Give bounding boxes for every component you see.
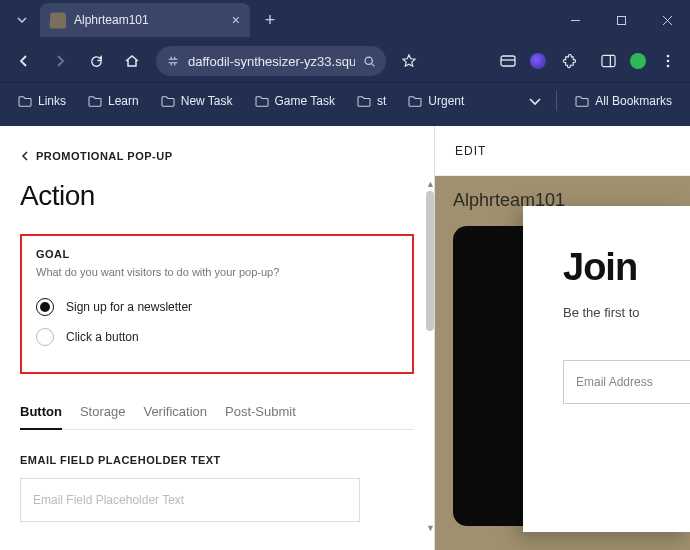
bookmark-st[interactable]: st xyxy=(349,90,394,112)
extension-card-icon[interactable] xyxy=(494,47,522,75)
radio-icon xyxy=(36,298,54,316)
goal-option-newsletter[interactable]: Sign up for a newsletter xyxy=(36,292,398,322)
window-titlebar: Alphrteam101 × + xyxy=(0,0,690,40)
folder-icon xyxy=(575,95,589,107)
bookmark-star-icon[interactable] xyxy=(394,46,424,76)
radio-icon xyxy=(36,328,54,346)
folder-icon xyxy=(18,95,32,107)
search-in-page-icon[interactable] xyxy=(363,55,376,68)
all-bookmarks-label: All Bookmarks xyxy=(595,94,672,108)
chevron-left-icon xyxy=(20,151,30,161)
tab-verification[interactable]: Verification xyxy=(143,398,207,429)
favicon-icon xyxy=(50,12,67,28)
bookmark-label: New Task xyxy=(181,94,233,108)
svg-rect-6 xyxy=(601,55,614,66)
extension-purple-icon[interactable] xyxy=(524,47,552,75)
email-field-label: EMAIL FIELD PLACEHOLDER TEXT xyxy=(20,454,414,466)
email-placeholder-input[interactable] xyxy=(20,478,360,522)
back-button[interactable] xyxy=(8,45,40,77)
bookmark-label: Links xyxy=(38,94,66,108)
scroll-thumb[interactable] xyxy=(426,191,434,331)
bookmark-overflow-icon[interactable] xyxy=(524,88,546,114)
home-button[interactable] xyxy=(116,45,148,77)
side-panel-icon[interactable] xyxy=(594,47,622,75)
goal-label: GOAL xyxy=(36,248,398,260)
browser-menu-icon[interactable] xyxy=(654,47,682,75)
tab-search-dropdown[interactable] xyxy=(8,6,36,34)
folder-icon xyxy=(88,95,102,107)
tab-post-submit[interactable]: Post-Submit xyxy=(225,398,296,429)
radio-label: Click a button xyxy=(66,330,139,344)
page-title: Action xyxy=(20,180,414,212)
site-settings-icon[interactable] xyxy=(166,54,180,68)
reload-button[interactable] xyxy=(80,45,112,77)
bookmark-learn[interactable]: Learn xyxy=(80,90,147,112)
svg-point-10 xyxy=(667,65,670,68)
url-box[interactable]: daffodil-synthesizer-yz33.squ... xyxy=(156,46,386,76)
window-minimize-button[interactable] xyxy=(552,0,598,40)
new-tab-button[interactable]: + xyxy=(256,6,284,34)
bookmark-label: Urgent xyxy=(428,94,464,108)
goal-help-text: What do you want visitors to do with you… xyxy=(36,266,398,278)
scroll-up-icon[interactable]: ▲ xyxy=(426,179,434,189)
bookmark-label: Learn xyxy=(108,94,139,108)
preview-pane: EDIT Alphrteam101 Join Be the first to E… xyxy=(434,126,690,550)
breadcrumb[interactable]: PROMOTIONAL POP-UP xyxy=(20,150,414,162)
bookmark-gametask[interactable]: Game Task xyxy=(247,90,343,112)
popup-title: Join xyxy=(563,246,690,289)
folder-icon xyxy=(161,95,175,107)
tab-title: Alphrteam101 xyxy=(74,13,224,27)
radio-label: Sign up for a newsletter xyxy=(66,300,192,314)
extension-green-icon[interactable] xyxy=(624,47,652,75)
goal-section: GOAL What do you want visitors to do wit… xyxy=(20,234,414,374)
svg-point-2 xyxy=(365,57,372,64)
tabs: Button Storage Verification Post-Submit xyxy=(20,398,414,430)
window-close-button[interactable] xyxy=(644,0,690,40)
popup-email-input[interactable]: Email Address xyxy=(563,360,690,404)
window-maximize-button[interactable] xyxy=(598,0,644,40)
goal-option-button[interactable]: Click a button xyxy=(36,322,398,352)
folder-icon xyxy=(408,95,422,107)
svg-rect-4 xyxy=(501,56,515,66)
settings-panel: PROMOTIONAL POP-UP Action GOAL What do y… xyxy=(0,126,434,550)
scroll-down-icon[interactable]: ▼ xyxy=(426,523,434,533)
svg-point-9 xyxy=(667,60,670,63)
tab-storage[interactable]: Storage xyxy=(80,398,126,429)
url-text: daffodil-synthesizer-yz33.squ... xyxy=(188,54,355,69)
svg-point-8 xyxy=(667,55,670,58)
svg-line-3 xyxy=(372,63,374,65)
address-bar: daffodil-synthesizer-yz33.squ... xyxy=(0,40,690,82)
bookmark-newtask[interactable]: New Task xyxy=(153,90,241,112)
edit-header[interactable]: EDIT xyxy=(435,126,690,176)
popup-preview: Join Be the first to Email Address xyxy=(523,206,690,532)
tab-button[interactable]: Button xyxy=(20,398,62,429)
breadcrumb-label: PROMOTIONAL POP-UP xyxy=(36,150,173,162)
folder-icon xyxy=(255,95,269,107)
bookmark-urgent[interactable]: Urgent xyxy=(400,90,472,112)
popup-subtitle: Be the first to xyxy=(563,305,690,320)
forward-button[interactable] xyxy=(44,45,76,77)
close-tab-icon[interactable]: × xyxy=(232,12,240,28)
bookmark-label: Game Task xyxy=(275,94,335,108)
separator xyxy=(556,91,557,111)
website-preview: Alphrteam101 Join Be the first to Email … xyxy=(435,176,690,550)
all-bookmarks-button[interactable]: All Bookmarks xyxy=(567,90,680,112)
extensions-puzzle-icon[interactable] xyxy=(554,47,582,75)
bookmark-label: st xyxy=(377,94,386,108)
bookmark-links[interactable]: Links xyxy=(10,90,74,112)
svg-rect-1 xyxy=(617,16,625,24)
bookmarks-bar: Links Learn New Task Game Task st Urgent… xyxy=(0,82,690,118)
browser-tab[interactable]: Alphrteam101 × xyxy=(40,3,250,37)
folder-icon xyxy=(357,95,371,107)
